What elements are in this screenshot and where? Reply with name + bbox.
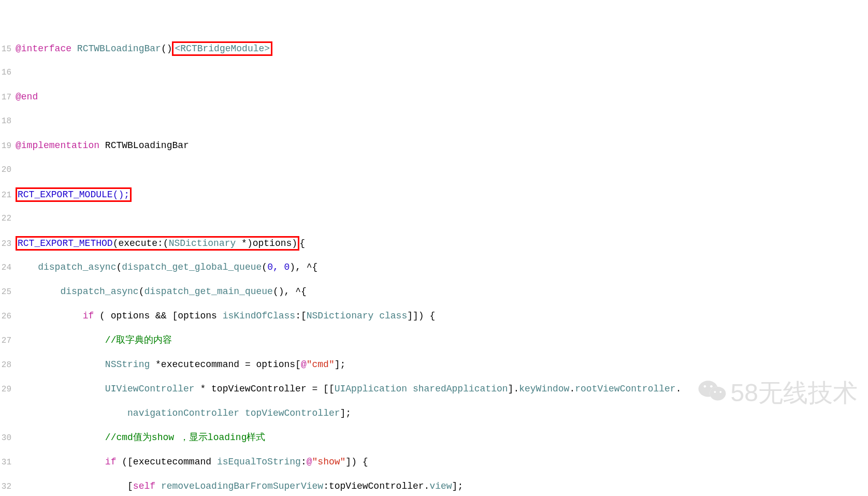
line-number: 15 bbox=[0, 42, 16, 56]
line-number: 32 bbox=[0, 480, 16, 494]
code-line[interactable]: RCT_EXPORT_MODULE(); bbox=[16, 187, 868, 202]
line-number: 17 bbox=[0, 91, 16, 105]
svg-point-4 bbox=[710, 385, 713, 388]
line-number: 21 bbox=[0, 188, 16, 202]
svg-point-3 bbox=[703, 385, 706, 388]
line-number: 29 bbox=[0, 383, 16, 397]
code-line[interactable]: @implementation RCTWBLoadingBar bbox=[16, 139, 868, 153]
line-number: 20 bbox=[0, 163, 16, 177]
svg-point-6 bbox=[719, 391, 721, 393]
code-line[interactable]: dispatch_async(dispatch_get_main_queue()… bbox=[16, 285, 868, 299]
code-line[interactable]: RCT_EXPORT_METHOD(execute:(NSDictionary … bbox=[16, 236, 868, 251]
svg-point-2 bbox=[710, 387, 726, 400]
svg-point-5 bbox=[714, 391, 716, 393]
line-number: 25 bbox=[0, 285, 16, 299]
highlight-box-export-module: RCT_EXPORT_MODULE(); bbox=[16, 187, 132, 202]
wechat-icon bbox=[672, 352, 727, 434]
code-line[interactable]: dispatch_async(dispatch_get_global_queue… bbox=[16, 260, 868, 274]
line-number: 30 bbox=[0, 431, 16, 445]
code-line[interactable]: if ( options && [options isKindOfClass:[… bbox=[16, 309, 868, 323]
line-number: 26 bbox=[0, 310, 16, 324]
line-number: 22 bbox=[0, 212, 16, 226]
highlight-box-export-method: RCT_EXPORT_METHOD(execute:(NSDictionary … bbox=[16, 236, 299, 251]
code-line[interactable]: @end bbox=[16, 90, 868, 104]
watermark: 58无线技术 bbox=[672, 352, 858, 434]
line-number: 19 bbox=[0, 139, 16, 153]
line-number: 23 bbox=[0, 237, 16, 251]
watermark-text: 58无线技术 bbox=[731, 376, 858, 410]
highlight-box-protocol: <RCTBridgeModule> bbox=[172, 41, 272, 56]
line-number: 24 bbox=[0, 261, 16, 275]
line-number: 18 bbox=[0, 114, 16, 128]
code-line[interactable]: //取字典的内容 bbox=[16, 333, 868, 347]
line-number: 31 bbox=[0, 456, 16, 470]
code-line[interactable]: @interface RCTWBLoadingBar()<RCTBridgeMo… bbox=[16, 41, 868, 56]
code-line[interactable]: [self removeLoadingBarFromSuperView:topV… bbox=[16, 479, 868, 493]
code-line[interactable]: if ([executecommand isEqualToString:@"sh… bbox=[16, 455, 868, 469]
line-number: 27 bbox=[0, 334, 16, 348]
line-number: 16 bbox=[0, 66, 16, 80]
line-number: 28 bbox=[0, 358, 16, 372]
